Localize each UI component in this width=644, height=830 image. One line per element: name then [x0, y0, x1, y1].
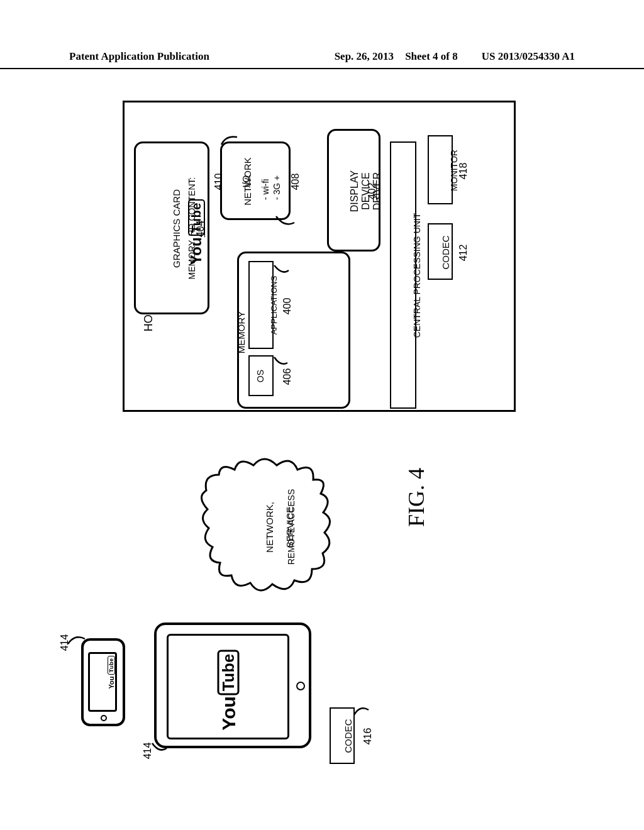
leader-410 — [218, 135, 243, 150]
memory-label: MEMORY — [236, 295, 247, 370]
figure-4: HOST COMPUTING ENTITY GRAPHICS CARD MEMO… — [60, 101, 582, 761]
pub-date: Sep. 26, 2013 — [335, 50, 394, 63]
netio-ref-top: 410 — [213, 163, 225, 201]
smartphone — [81, 638, 125, 726]
codec-client-ref: 416 — [362, 717, 374, 755]
ddd-ref: 402 — [367, 172, 378, 210]
tablet-home-button-icon — [296, 682, 305, 690]
phone-home-button-icon — [101, 715, 107, 721]
figure-label: FIG. 4 — [403, 468, 430, 527]
brand-you: You — [108, 676, 115, 689]
netio-3g: - 3G + — [272, 162, 282, 200]
netio-ref-bot: 408 — [290, 163, 301, 201]
youtube-logo-tablet: You Tube — [218, 640, 240, 741]
youtube-logo-phone: You Tube — [105, 653, 116, 691]
os-label: OS — [255, 358, 265, 394]
monitor-ref: 418 — [458, 152, 469, 190]
codec-host-label: CODEC — [440, 228, 451, 278]
leader-414-phone — [66, 635, 87, 650]
graphics-line1: GRAPHICS CARD — [171, 166, 182, 292]
leader-400 — [271, 264, 290, 279]
netio-sub: I/O — [240, 163, 251, 201]
leader-416 — [352, 706, 370, 721]
brand-tube: Tube — [108, 656, 115, 675]
ddd-line1: DISPLAY — [349, 153, 360, 229]
graphics-ref: 404 — [195, 210, 206, 248]
netio-wifi: - wi-fi — [260, 162, 270, 200]
leader-406 — [271, 355, 289, 370]
brand-tube: Tube — [218, 650, 240, 695]
page-header: Patent Application Publication Sep. 26, … — [0, 50, 644, 69]
cpu-label: CENTRAL PROCESSING UNIT — [412, 181, 422, 370]
leader-414-tablet — [150, 741, 168, 756]
sheet-number: Sheet 4 of 8 — [405, 50, 458, 63]
cloud-line1: NETWORK, — [264, 484, 275, 572]
cloud-line3: SERVICE — [284, 484, 295, 572]
brand-you: You — [218, 696, 239, 730]
codec-client-label: CODEC — [343, 711, 353, 761]
leader-408 — [273, 214, 298, 231]
doc-number: US 2013/0254330 A1 — [482, 50, 575, 63]
codec-host-ref: 412 — [458, 234, 469, 272]
pub-label: Patent Application Publication — [69, 50, 209, 63]
apps-ref: 400 — [282, 287, 293, 325]
